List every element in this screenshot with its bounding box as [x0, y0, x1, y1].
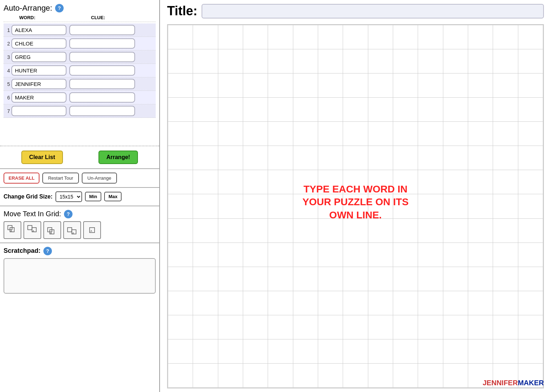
clue-input[interactable]: [69, 52, 135, 62]
grid-cell[interactable]: [493, 98, 518, 122]
grid-cell[interactable]: [468, 315, 493, 339]
grid-cell[interactable]: [393, 98, 418, 122]
grid-cell[interactable]: [168, 339, 193, 363]
clear-list-button[interactable]: Clear List: [21, 151, 63, 164]
grid-cell[interactable]: [268, 315, 293, 339]
grid-cell[interactable]: [393, 243, 418, 267]
grid-cell[interactable]: [168, 146, 193, 170]
grid-cell[interactable]: [468, 170, 493, 194]
un-arrange-button[interactable]: Un-Arrange: [82, 173, 117, 184]
grid-cell[interactable]: [368, 74, 393, 98]
grid-cell[interactable]: [418, 243, 443, 267]
grid-cell[interactable]: [318, 98, 343, 122]
grid-cell[interactable]: [418, 315, 443, 339]
grid-cell[interactable]: [443, 291, 468, 315]
grid-cell[interactable]: [293, 170, 318, 194]
grid-cell[interactable]: [218, 267, 243, 291]
grid-cell[interactable]: [268, 291, 293, 315]
grid-cell[interactable]: [518, 49, 543, 74]
grid-cell[interactable]: [443, 339, 468, 363]
grid-cell[interactable]: [193, 49, 218, 74]
grid-cell[interactable]: [168, 243, 193, 267]
grid-cell[interactable]: [218, 74, 243, 98]
grid-cell[interactable]: [418, 146, 443, 170]
grid-cell[interactable]: [218, 363, 243, 387]
grid-cell[interactable]: [268, 170, 293, 194]
grid-cell[interactable]: [268, 122, 293, 146]
clue-input[interactable]: [69, 106, 135, 116]
grid-cell[interactable]: [268, 146, 293, 170]
grid-cell[interactable]: [368, 339, 393, 363]
grid-cell[interactable]: [293, 25, 318, 49]
grid-cell[interactable]: [518, 291, 543, 315]
grid-cell[interactable]: [393, 315, 418, 339]
grid-cell[interactable]: [318, 339, 343, 363]
grid-cell[interactable]: [493, 194, 518, 218]
grid-cell[interactable]: [418, 122, 443, 146]
grid-cell[interactable]: [393, 170, 418, 194]
grid-cell[interactable]: [243, 291, 268, 315]
grid-cell[interactable]: [343, 25, 368, 49]
grid-cell[interactable]: [443, 267, 468, 291]
word-input[interactable]: [11, 106, 66, 116]
word-input[interactable]: [11, 38, 66, 49]
grid-cell[interactable]: [293, 315, 318, 339]
grid-cell[interactable]: [493, 25, 518, 49]
grid-cell[interactable]: [493, 218, 518, 243]
grid-cell[interactable]: [168, 122, 193, 146]
grid-cell[interactable]: [493, 291, 518, 315]
grid-cell[interactable]: [343, 218, 368, 243]
grid-cell[interactable]: [218, 146, 243, 170]
grid-cell[interactable]: [468, 267, 493, 291]
grid-cell[interactable]: [218, 315, 243, 339]
grid-cell[interactable]: [343, 122, 368, 146]
grid-cell[interactable]: [368, 122, 393, 146]
grid-cell[interactable]: [343, 363, 368, 387]
grid-cell[interactable]: [418, 49, 443, 74]
grid-cell[interactable]: [193, 122, 218, 146]
move-icon-3[interactable]: A: [43, 221, 61, 239]
grid-cell[interactable]: [343, 170, 368, 194]
word-input[interactable]: [11, 65, 66, 76]
grid-cell[interactable]: [293, 122, 318, 146]
move-icon-1[interactable]: A: [4, 221, 21, 239]
grid-cell[interactable]: [468, 339, 493, 363]
grid-cell[interactable]: [193, 218, 218, 243]
grid-cell[interactable]: [368, 146, 393, 170]
grid-cell[interactable]: [393, 291, 418, 315]
grid-cell[interactable]: [443, 194, 468, 218]
grid-cell[interactable]: [243, 74, 268, 98]
grid-cell[interactable]: [318, 25, 343, 49]
grid-cell[interactable]: [343, 315, 368, 339]
grid-cell[interactable]: [493, 74, 518, 98]
grid-cell[interactable]: [493, 339, 518, 363]
grid-cell[interactable]: [193, 25, 218, 49]
grid-cell[interactable]: [368, 363, 393, 387]
grid-cell[interactable]: [193, 267, 218, 291]
grid-cell[interactable]: [293, 194, 318, 218]
grid-cell[interactable]: [243, 25, 268, 49]
grid-cell[interactable]: [343, 267, 368, 291]
grid-cell[interactable]: [393, 339, 418, 363]
grid-cell[interactable]: [343, 98, 368, 122]
grid-cell[interactable]: [293, 267, 318, 291]
grid-cell[interactable]: [368, 267, 393, 291]
grid-cell[interactable]: [518, 122, 543, 146]
grid-cell[interactable]: [318, 170, 343, 194]
grid-cell[interactable]: [518, 267, 543, 291]
grid-cell[interactable]: [343, 339, 368, 363]
grid-cell[interactable]: [443, 243, 468, 267]
grid-cell[interactable]: [318, 267, 343, 291]
grid-cell[interactable]: [443, 49, 468, 74]
grid-cell[interactable]: [443, 74, 468, 98]
grid-cell[interactable]: [393, 218, 418, 243]
erase-all-button[interactable]: ERASE ALL: [4, 173, 39, 184]
grid-cell[interactable]: [443, 170, 468, 194]
grid-cell[interactable]: [293, 291, 318, 315]
grid-cell[interactable]: [318, 243, 343, 267]
max-button[interactable]: Max: [104, 192, 122, 201]
grid-cell[interactable]: [218, 291, 243, 315]
grid-cell[interactable]: [218, 243, 243, 267]
grid-cell[interactable]: [168, 315, 193, 339]
grid-cell[interactable]: [443, 122, 468, 146]
